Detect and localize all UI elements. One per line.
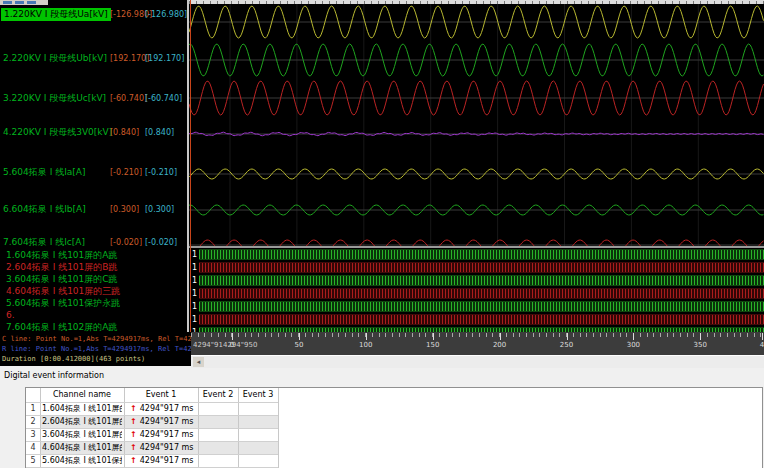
digital-trace-value: 1 xyxy=(192,301,197,312)
waveform-svg xyxy=(189,0,764,247)
digital-channel-label[interactable]: 4.604拓泉 I 线101屏的三跳 xyxy=(6,285,186,297)
analog-channel-label: 5.604拓泉 I 线Ia[A] xyxy=(3,166,86,179)
digital-trace-row[interactable]: 1 xyxy=(189,274,764,287)
ruler-major-tick xyxy=(567,333,568,340)
analog-channel-label: 4.220KV I 段母线3V0[kV] xyxy=(3,126,112,139)
analog-channel-row[interactable]: 4.220KV I 段母线3V0[kV][0.840][0.840] xyxy=(0,126,187,139)
digital-trace-value: 1 xyxy=(192,262,197,273)
analog-digital-divider xyxy=(189,246,764,248)
c-cursor-value: [0.840] xyxy=(110,126,139,139)
digital-trace-area[interactable]: 1111111 xyxy=(189,248,764,332)
table-grid-hline xyxy=(26,402,278,403)
toolbar-button-icon[interactable] xyxy=(15,1,24,4)
digital-trace-row[interactable]: 1 xyxy=(189,261,764,274)
rising-edge-arrow-icon: ↑ xyxy=(130,404,137,413)
analog-channel-label: 3.220KV I 段母线Uc[kV] xyxy=(3,92,106,105)
panel-divider xyxy=(187,0,189,332)
analog-channel-row[interactable]: 3.220KV I 段母线Uc[kV][-60.740][-60.740] xyxy=(0,92,187,105)
ruler-major-tick xyxy=(700,333,701,340)
digital-channel-label[interactable]: 5.604拓泉 I 线101保护永跳 xyxy=(6,297,186,309)
table-row[interactable]: 44.604拓泉 I 线101屏的三跳↑4294"917 ms xyxy=(26,441,762,454)
analog-channel-row[interactable]: 6.604拓泉 I 线Ib[A][0.300][0.300] xyxy=(0,203,187,216)
digital-trace-row[interactable]: 1 xyxy=(189,248,764,261)
digital-channel-label[interactable]: 1.604拓泉 I 线101屏的A跳 xyxy=(6,249,186,261)
toolbar-remnant xyxy=(0,0,48,5)
digital-channel-label[interactable]: 2.604拓泉 I 线101屏的B跳 xyxy=(6,261,186,273)
digital-trace-row[interactable]: 1 xyxy=(189,300,764,313)
toolbar-button-icon[interactable] xyxy=(27,1,36,4)
digital-trace-row[interactable]: 1 xyxy=(189,313,764,326)
ruler-tick-label: 4 xyxy=(760,341,764,349)
c-cursor-value: [192.170] xyxy=(110,52,149,65)
r-cursor-status: R line: Point No.=1,Abs T=4294917ms, Rel… xyxy=(2,345,191,353)
event1-cell: ↑4294"917 ms xyxy=(130,402,200,415)
r-cursor-value: [192.170] xyxy=(145,52,184,65)
r-cursor-value: [0.300] xyxy=(145,203,174,216)
table-row[interactable]: 33.604拓泉 I 线101屏的C跳↑4294"917 ms xyxy=(26,428,762,441)
event-channel-name: 3.604拓泉 I 线101屏的C跳 xyxy=(42,428,122,441)
analog-channel-label: 6.604拓泉 I 线Ib[A] xyxy=(3,203,86,216)
event-channel-name: 1.604拓泉 I 线101屏的A跳 xyxy=(42,402,122,415)
row-number: 4 xyxy=(26,441,40,454)
table-grid-hline xyxy=(26,415,278,416)
analog-channel-row[interactable]: 5.604拓泉 I 线Ia[A][-0.210][-0.210] xyxy=(0,166,187,179)
analog-channel-row[interactable]: 1.220KV I 段母线Ua[kV][-126.980][-126.980] xyxy=(0,8,187,21)
table-header-cell: Event 3 xyxy=(243,388,274,402)
r-cursor-value: [-0.020] xyxy=(145,236,177,249)
scroll-left-arrow-icon[interactable]: ◂ xyxy=(193,357,204,367)
horizontal-scrollbar[interactable]: ◂ xyxy=(191,355,764,368)
time-cursor-line[interactable] xyxy=(190,0,191,332)
ruler-major-tick xyxy=(433,333,434,340)
table-row[interactable]: 22.604拓泉 I 线101屏的B跳↑4294"917 ms xyxy=(26,415,762,428)
analog-channel-row[interactable]: 7.604拓泉 I 线Ic[A][-0.020][-0.020] xyxy=(0,236,187,249)
row-number: 1 xyxy=(26,402,40,415)
r-cursor-value: [-60.740] xyxy=(145,92,182,105)
table-header-cell: Event 2 xyxy=(203,388,234,402)
event1-cell: ↑4294"917 ms xyxy=(130,415,200,428)
event-channel-name: 5.604拓泉 I 线101保护永跳 xyxy=(42,454,122,467)
digital-trace-bar xyxy=(199,288,764,299)
table-grid-hline xyxy=(26,428,278,429)
table-header-cell: Event 1 xyxy=(146,388,177,402)
event1-cell: ↑4294"917 ms xyxy=(130,428,200,441)
ruler-tick-label: 200 xyxy=(493,341,506,349)
table-grid-vline xyxy=(278,388,279,468)
digital-trace-bar xyxy=(199,314,764,325)
ruler-cursor-time-label: 4294"914294"950 xyxy=(193,341,257,349)
toolbar-button-icon[interactable] xyxy=(3,1,12,4)
table-row[interactable]: 55.604拓泉 I 线101保护永跳↑4294"917 ms xyxy=(26,454,762,467)
ruler-tick-label: 50 xyxy=(294,341,303,349)
c-cursor-status: C line: Point No.=1,Abs T=4294917ms, Rel… xyxy=(2,335,191,343)
analog-channel-label: 2.220KV I 段母线Ub[kV] xyxy=(3,52,107,65)
ruler-major-tick xyxy=(232,333,233,340)
digital-channel-label[interactable]: 3.604拓泉 I 线101屏的C跳 xyxy=(6,273,186,285)
table-header-cell: Channel name xyxy=(53,388,111,402)
digital-trace-bar xyxy=(199,262,764,273)
row-number: 2 xyxy=(26,415,40,428)
ruler-tick-label: 100 xyxy=(359,341,372,349)
event-channel-name: 4.604拓泉 I 线101屏的三跳 xyxy=(42,441,122,454)
table-row[interactable]: 11.604拓泉 I 线101屏的A跳↑4294"917 ms xyxy=(26,402,762,415)
analog-channel-row[interactable]: 2.220KV I 段母线Ub[kV][192.170][192.170] xyxy=(0,52,187,65)
digital-trace-bar xyxy=(199,301,764,312)
digital-trace-row[interactable]: 1 xyxy=(189,287,764,300)
analog-waveform-area[interactable] xyxy=(189,0,764,247)
analog-channel-label: 7.604拓泉 I 线Ic[A] xyxy=(3,236,85,249)
event1-cell: ↑4294"917 ms xyxy=(130,454,200,467)
c-cursor-value: [-60.740] xyxy=(110,92,147,105)
table-grid-hline xyxy=(26,454,278,455)
ruler-tick-label: 300 xyxy=(627,341,640,349)
digital-trace-value: 1 xyxy=(192,288,197,299)
digital-event-section-title: Digital event information xyxy=(4,371,104,380)
digital-trace-value: 1 xyxy=(192,249,197,260)
table-grid-hline xyxy=(26,441,278,442)
digital-channel-label[interactable]: 7.604拓泉 I 线102屏的A跳 xyxy=(6,321,186,332)
rising-edge-arrow-icon: ↑ xyxy=(130,417,137,426)
event1-cell: ↑4294"917 ms xyxy=(130,441,200,454)
row-number: 5 xyxy=(26,454,40,467)
digital-channel-label[interactable]: 6. xyxy=(6,309,186,321)
analog-channel-label: 1.220KV I 段母线Ua[kV] xyxy=(1,8,111,21)
channel-label-panel: 1.220KV I 段母线Ua[kV][-126.980][-126.980]2… xyxy=(0,0,187,332)
digital-trace-value: 1 xyxy=(192,314,197,325)
digital-trace-bar xyxy=(199,275,764,286)
